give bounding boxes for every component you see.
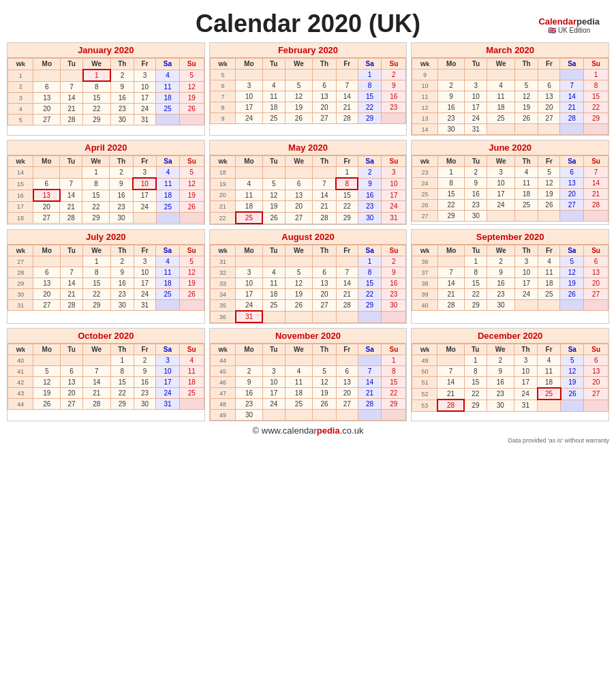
cal-table-6: WkMoTuWeThFrSaSu231234567248910111213142… bbox=[412, 155, 609, 222]
cal-table-1: WkMoTuWeThFrSaSu112345267891011123131415… bbox=[7, 58, 204, 125]
cal-cell-th: 23 bbox=[110, 289, 134, 300]
table-row: 36123456 bbox=[412, 256, 609, 267]
cal-cell-th: 24 bbox=[514, 289, 538, 300]
cal-cell-mo: 27 bbox=[33, 213, 60, 224]
cal-cell-fr: 19 bbox=[538, 189, 560, 200]
month-title-11: November 2020 bbox=[210, 329, 407, 344]
cal-cell-su: 19 bbox=[180, 190, 204, 201]
cal-cell-th: 5 bbox=[313, 366, 337, 377]
cal-cell-sa: 4 bbox=[156, 167, 179, 179]
cal-cell-mo: 18 bbox=[236, 201, 263, 213]
cal-cell-wk: 39 bbox=[412, 289, 437, 300]
cal-cell-su: 28 bbox=[584, 200, 609, 211]
logo-pedia: pedia bbox=[576, 16, 600, 27]
col-header-tu: Tu bbox=[61, 59, 83, 70]
col-header-wk: Wk bbox=[210, 245, 235, 256]
cal-cell-tu: 9 bbox=[465, 178, 487, 189]
cal-cell-wk: 1 bbox=[8, 70, 33, 81]
cal-cell-wk: 50 bbox=[412, 366, 437, 377]
cal-cell-su: 27 bbox=[584, 388, 609, 400]
col-header-mo: Mo bbox=[236, 344, 263, 355]
table-row: 1412345 bbox=[8, 167, 204, 179]
cal-cell-we: 25 bbox=[487, 113, 515, 124]
col-header-su: Su bbox=[584, 156, 609, 167]
col-header-tu: Tu bbox=[465, 59, 487, 70]
cal-cell-mo: 4 bbox=[236, 178, 263, 190]
cal-cell-wk: 35 bbox=[210, 300, 235, 312]
cal-cell-mo: 19 bbox=[33, 388, 61, 399]
cal-cell-mo: 17 bbox=[236, 289, 263, 300]
cal-cell-tu bbox=[60, 167, 82, 179]
cal-cell-tu bbox=[61, 256, 83, 267]
table-row: 401234 bbox=[8, 355, 204, 366]
cal-cell-su bbox=[180, 213, 204, 224]
cal-cell-fr bbox=[538, 300, 560, 311]
cal-cell-we: 15 bbox=[83, 93, 111, 104]
cal-cell-mo: 30 bbox=[437, 124, 465, 135]
table-row: 41567891011 bbox=[8, 366, 204, 377]
cal-cell-sa: 25 bbox=[156, 104, 180, 115]
cal-cell-tu: 22 bbox=[464, 388, 487, 400]
cal-cell-tu bbox=[262, 410, 285, 421]
cal-cell-th: 30 bbox=[110, 213, 133, 224]
cal-cell-su: 26 bbox=[179, 289, 204, 300]
cal-cell-sa: 28 bbox=[358, 399, 382, 410]
cal-cell-wk: 26 bbox=[412, 200, 437, 211]
cal-cell-su: 27 bbox=[584, 289, 609, 300]
col-header-th: Th bbox=[514, 245, 538, 256]
cal-cell-mo: 23 bbox=[236, 399, 263, 410]
cal-cell-tu: 28 bbox=[61, 300, 83, 311]
col-header-wk: Wk bbox=[210, 59, 235, 70]
table-row: 1323242526272829 bbox=[412, 113, 609, 124]
cal-cell-su bbox=[179, 300, 204, 311]
month-block-12: December 2020WkMoTuWeThFrSaSu49123456507… bbox=[411, 328, 609, 421]
cal-cell-th: 14 bbox=[313, 190, 337, 201]
cal-cell-th: 1 bbox=[110, 355, 134, 366]
cal-cell-fr bbox=[133, 213, 156, 224]
cal-cell-fr: 31 bbox=[134, 115, 156, 125]
cal-cell-su: 15 bbox=[382, 377, 406, 388]
col-header-mo: Mo bbox=[437, 59, 465, 70]
cal-cell-tu bbox=[262, 355, 285, 366]
col-header-mo: Mo bbox=[33, 245, 61, 256]
cal-cell-we: 22 bbox=[82, 201, 110, 213]
cal-cell-sa: 8 bbox=[358, 267, 382, 278]
cal-cell-th: 9 bbox=[110, 178, 133, 190]
cal-cell-fr: 21 bbox=[336, 102, 358, 113]
cal-cell-mo: 22 bbox=[437, 200, 465, 211]
col-header-we: We bbox=[487, 59, 515, 70]
cal-cell-th bbox=[514, 300, 538, 311]
col-header-sa: Sa bbox=[561, 344, 584, 355]
cal-cell-mo: 27 bbox=[33, 115, 61, 125]
cal-cell-fr: 2 bbox=[134, 355, 156, 366]
cal-cell-mo: 10 bbox=[236, 91, 263, 102]
month-block-4: April 2020WkMoTuWeThFrSaSu14123451567891… bbox=[7, 140, 205, 225]
col-header-sa: Sa bbox=[156, 344, 180, 355]
cal-cell-tu: 8 bbox=[465, 267, 487, 278]
cal-cell-sa: 18 bbox=[156, 190, 179, 201]
col-header-th: Th bbox=[110, 245, 134, 256]
cal-cell-sa: 26 bbox=[560, 289, 584, 300]
table-row: 52728293031 bbox=[8, 115, 204, 125]
cal-cell-th: 23 bbox=[110, 104, 134, 115]
cal-cell-mo: 9 bbox=[437, 91, 465, 102]
table-row: 441 bbox=[210, 355, 406, 366]
cal-cell-tu: 5 bbox=[262, 178, 285, 190]
col-header-fr: Fr bbox=[134, 344, 156, 355]
cal-cell-su: 25 bbox=[179, 388, 204, 399]
cal-cell-tu: 7 bbox=[61, 267, 83, 278]
cal-cell-fr: 10 bbox=[134, 267, 156, 278]
cal-cell-we: 1 bbox=[83, 70, 111, 81]
cal-cell-th: 17 bbox=[514, 278, 538, 289]
cal-cell-mo: 21 bbox=[437, 388, 464, 400]
cal-cell-th bbox=[313, 311, 337, 322]
table-row: 102345678 bbox=[412, 80, 609, 91]
cal-cell-we: 12 bbox=[285, 278, 313, 289]
cal-cell-fr: 29 bbox=[336, 212, 358, 224]
cal-table-7: WkMoTuWeThFrSaSu271234528678910111229131… bbox=[7, 245, 204, 311]
cal-cell-we: 23 bbox=[487, 388, 514, 400]
cal-cell-we: 30 bbox=[487, 400, 514, 411]
cal-cell-sa: 28 bbox=[560, 113, 584, 124]
cal-cell-wk: 17 bbox=[8, 201, 33, 213]
cal-cell-we: 15 bbox=[83, 278, 111, 289]
